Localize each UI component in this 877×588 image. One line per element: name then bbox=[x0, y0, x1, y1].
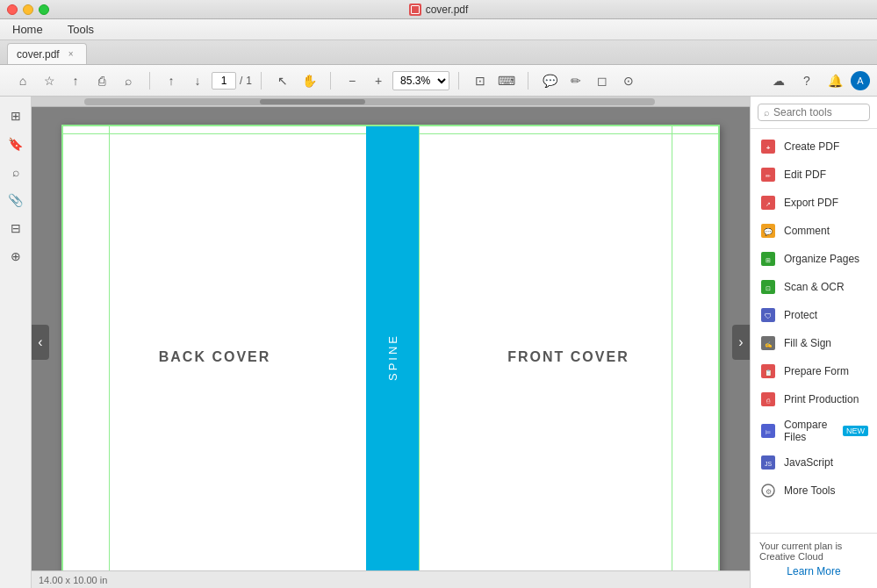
svg-text:💬: 💬 bbox=[764, 227, 773, 236]
select-tool-button[interactable]: ↖ bbox=[270, 68, 295, 93]
help-button[interactable]: ? bbox=[794, 68, 819, 93]
maximize-button[interactable] bbox=[39, 4, 49, 15]
minimize-button[interactable] bbox=[23, 4, 33, 15]
prepare-form-icon: 📋 bbox=[759, 362, 777, 380]
eraser-btn[interactable]: ◻ bbox=[590, 68, 615, 93]
notifications-button[interactable]: 🔔 bbox=[823, 68, 847, 93]
cloud-button[interactable]: ☁ bbox=[766, 68, 791, 93]
print-production-icon: ⎙ bbox=[759, 391, 777, 408]
javascript-label: JavaScript bbox=[784, 456, 833, 469]
prev-page-button[interactable]: ↑ bbox=[159, 68, 183, 93]
zoom-group: − + 85.3% 50% 75% 100% 125% 150% bbox=[336, 68, 453, 93]
pdf-scroll-area[interactable]: SPINE BACK COVER FRONT COVER bbox=[32, 107, 750, 570]
fit-page-button[interactable]: ⊡ bbox=[468, 68, 492, 93]
home-button[interactable]: ⌂ bbox=[11, 68, 35, 93]
print-button[interactable]: ⎙ bbox=[90, 68, 114, 93]
menu-tools[interactable]: Tools bbox=[62, 21, 99, 38]
stamp-btn[interactable]: ⊙ bbox=[616, 68, 641, 93]
tool-compare-files[interactable]: ⊨ Compare Files NEW bbox=[751, 413, 877, 448]
scan-ocr-icon: ⊡ bbox=[759, 278, 777, 296]
svg-text:⊡: ⊡ bbox=[766, 285, 771, 291]
svg-text:⊞: ⊞ bbox=[766, 257, 771, 263]
right-panel-footer: Your current plan is Creative Cloud Lear… bbox=[751, 533, 877, 588]
tool-edit-pdf[interactable]: ✏ Edit PDF bbox=[751, 161, 877, 189]
protect-icon: 🛡 bbox=[759, 306, 777, 324]
svg-text:✍: ✍ bbox=[765, 341, 773, 348]
account-button[interactable]: A bbox=[851, 71, 870, 90]
search-tools-input[interactable] bbox=[773, 106, 864, 118]
more-tools-icon: ⚙ bbox=[759, 482, 777, 499]
keyboard-button[interactable]: ⌨ bbox=[494, 68, 519, 93]
bookmark-button[interactable]: ☆ bbox=[37, 68, 61, 93]
status-bar: 14.00 x 10.00 in bbox=[32, 570, 750, 588]
organize-pages-label: Organize Pages bbox=[784, 253, 859, 265]
annotation-group: 💬 ✏ ◻ ⊙ bbox=[534, 68, 644, 93]
tool-prepare-form[interactable]: 📋 Prepare Form bbox=[751, 357, 877, 385]
tool-protect[interactable]: 🛡 Protect bbox=[751, 301, 877, 329]
print-production-label: Print Production bbox=[784, 393, 859, 405]
tool-create-pdf[interactable]: + Create PDF bbox=[751, 133, 877, 161]
tool-fill-sign[interactable]: ✍ Fill & Sign bbox=[751, 329, 877, 357]
scrollbar-thumb[interactable] bbox=[260, 99, 365, 104]
zoom-out-button[interactable]: − bbox=[340, 68, 364, 93]
pdf-page: SPINE BACK COVER FRONT COVER bbox=[61, 125, 720, 570]
export-pdf-icon: ↗ bbox=[759, 194, 777, 212]
view-group: ⊡ ⌨ bbox=[464, 68, 522, 93]
close-button[interactable] bbox=[7, 4, 18, 15]
svg-text:↗: ↗ bbox=[766, 201, 771, 207]
tab-bar: cover.pdf × bbox=[0, 40, 877, 65]
page-number-input[interactable] bbox=[212, 72, 236, 90]
find-button[interactable]: ⌕ bbox=[116, 68, 140, 93]
next-page-button[interactable]: ↓ bbox=[185, 68, 210, 93]
title-bar-title: cover.pdf bbox=[409, 4, 469, 16]
tool-print-production[interactable]: ⎙ Print Production bbox=[751, 385, 877, 413]
tab-cover-pdf[interactable]: cover.pdf × bbox=[7, 43, 87, 64]
left-sidebar: ⊞ 🔖 ⌕ 📎 ⊟ ⊕ bbox=[0, 97, 32, 588]
fill-sign-icon: ✍ bbox=[759, 334, 777, 352]
tools-search-area: ⌕ bbox=[751, 97, 877, 129]
nav-group: ⌂ ☆ ↑ ⎙ ⌕ bbox=[7, 68, 144, 93]
tool-comment[interactable]: 💬 Comment bbox=[751, 217, 877, 245]
window-controls bbox=[7, 4, 49, 15]
layers-panel-icon[interactable]: ⊟ bbox=[4, 216, 28, 240]
menu-home[interactable]: Home bbox=[7, 21, 48, 38]
attachments-panel-icon[interactable]: 📎 bbox=[4, 188, 28, 212]
hand-tool-button[interactable]: ✋ bbox=[297, 68, 321, 93]
pages-panel-icon[interactable]: ⊞ bbox=[4, 104, 28, 128]
export-pdf-label: Export PDF bbox=[784, 197, 838, 209]
zoom-select[interactable]: 85.3% 50% 75% 100% 125% 150% bbox=[392, 71, 449, 90]
tool-more-tools[interactable]: ⚙ More Tools bbox=[751, 477, 877, 505]
share-button[interactable]: ↑ bbox=[63, 68, 88, 93]
bookmarks-panel-icon[interactable]: 🔖 bbox=[4, 132, 28, 156]
tool-export-pdf[interactable]: ↗ Export PDF bbox=[751, 189, 877, 217]
edit-pdf-icon: ✏ bbox=[759, 166, 777, 183]
scroll-left-button[interactable]: ‹ bbox=[32, 325, 49, 360]
toolbar-sep-1 bbox=[149, 72, 150, 90]
tab-label: cover.pdf bbox=[17, 48, 60, 61]
tool-javascript[interactable]: JS JavaScript bbox=[751, 448, 877, 477]
tab-close-button[interactable]: × bbox=[65, 48, 77, 61]
search-input-container[interactable]: ⌕ bbox=[758, 104, 870, 121]
tool-organize-pages[interactable]: ⊞ Organize Pages bbox=[751, 245, 877, 273]
h-scrollbar[interactable] bbox=[32, 97, 750, 107]
title-bar: cover.pdf bbox=[0, 0, 877, 19]
search-icon: ⌕ bbox=[764, 107, 770, 118]
create-pdf-icon: + bbox=[759, 138, 777, 155]
pen-btn[interactable]: ✏ bbox=[564, 68, 588, 93]
svg-text:+: + bbox=[766, 144, 771, 152]
creative-cloud-text: Your current plan is Creative Cloud bbox=[759, 541, 868, 562]
comment-btn[interactable]: 💬 bbox=[537, 68, 562, 93]
toolbar-sep-5 bbox=[528, 72, 528, 90]
svg-text:📋: 📋 bbox=[765, 369, 773, 376]
tool-scan-ocr[interactable]: ⊡ Scan & OCR bbox=[751, 273, 877, 301]
learn-more-link[interactable]: Learn More bbox=[759, 562, 868, 581]
menu-bar: Home Tools bbox=[0, 19, 877, 40]
more-tools-label: More Tools bbox=[784, 484, 835, 497]
scroll-right-button[interactable]: › bbox=[732, 325, 750, 360]
zoom-in-button[interactable]: + bbox=[366, 68, 391, 93]
compare-files-icon: ⊨ bbox=[759, 422, 777, 440]
tools-panel-icon[interactable]: ⊕ bbox=[4, 244, 28, 269]
search-panel-icon[interactable]: ⌕ bbox=[4, 160, 28, 184]
create-pdf-label: Create PDF bbox=[784, 140, 839, 153]
toolbar-sep-4 bbox=[458, 72, 459, 90]
